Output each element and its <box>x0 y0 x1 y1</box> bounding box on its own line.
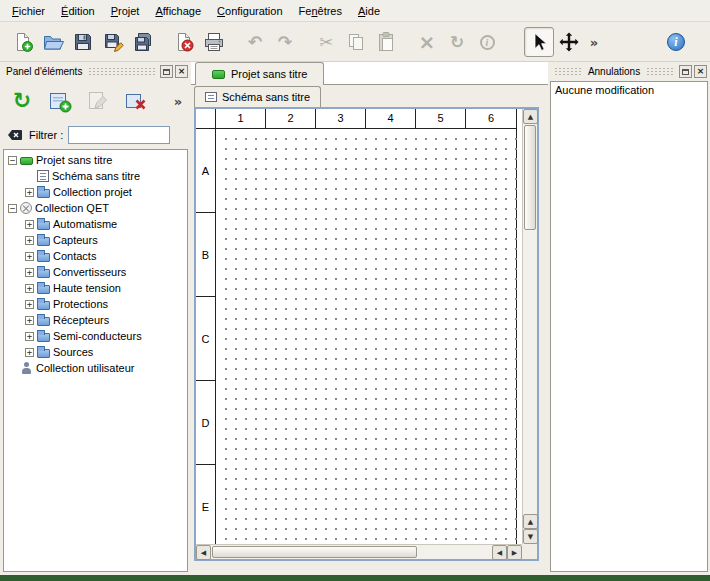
save-as-button[interactable] <box>98 27 128 57</box>
vertical-scroll-track[interactable] <box>523 231 537 514</box>
dock-handle[interactable] <box>646 67 674 76</box>
horizontal-scrollbar[interactable]: ◀ ◀ ▶ <box>196 544 522 559</box>
menu-item[interactable]: Aide <box>350 1 388 21</box>
filter-input[interactable] <box>68 126 170 144</box>
schema-tab[interactable]: Schéma sans titre <box>194 86 321 107</box>
tree-item[interactable]: Collection utilisateur <box>4 360 187 376</box>
tree-item-icon <box>37 285 50 294</box>
menu-item-accel: F <box>12 5 19 17</box>
scroll-up-button-2[interactable]: ▲ <box>523 514 538 529</box>
tree-item[interactable]: + Convertisseurs <box>4 264 187 280</box>
scroll-left-button-2[interactable]: ◀ <box>492 545 507 560</box>
scroll-right-button[interactable]: ▶ <box>507 545 522 560</box>
close-dock-button[interactable]: × <box>175 65 188 78</box>
tree-item[interactable]: + Protections <box>4 296 187 312</box>
tree-item[interactable]: + Capteurs <box>4 232 187 248</box>
tree-item[interactable]: + Sources <box>4 344 187 360</box>
tree-item-label: Contacts <box>53 250 96 262</box>
undo-icon: ↶ <box>248 32 262 52</box>
print-button[interactable] <box>199 27 229 57</box>
toolbar-overflow-button[interactable]: » <box>584 27 604 57</box>
menu-item[interactable]: Affichage <box>147 1 209 21</box>
scroll-left-button[interactable]: ◀ <box>196 545 211 560</box>
tree-expander[interactable]: + <box>25 220 34 229</box>
undo-button[interactable]: ↶ <box>240 27 270 57</box>
cut-button[interactable]: ✂ <box>311 27 341 57</box>
close-dock-button[interactable]: × <box>694 65 707 78</box>
elements-panel-title: Panel d'éléments <box>3 66 85 77</box>
new-element-button[interactable] <box>42 84 78 118</box>
delete-button[interactable]: × <box>412 27 442 57</box>
tree-item[interactable]: + Contacts <box>4 248 187 264</box>
tree-item[interactable]: + Récepteurs <box>4 312 187 328</box>
panel-overflow-button[interactable]: » <box>169 84 187 118</box>
float-dock-button[interactable] <box>160 65 173 78</box>
vertical-scrollbar[interactable]: ▲ ▲ ▼ <box>522 109 537 544</box>
save-button[interactable] <box>68 27 98 57</box>
tree-item[interactable]: + Semi-conducteurs <box>4 328 187 344</box>
redo-button[interactable]: ↷ <box>270 27 300 57</box>
information-button[interactable]: i <box>472 27 502 57</box>
paste-button[interactable] <box>371 27 401 57</box>
tree-expander[interactable]: + <box>25 252 34 261</box>
tree-item[interactable]: + Collection projet <box>4 184 187 200</box>
tree-item[interactable]: + Automatisme <box>4 216 187 232</box>
tree-expander[interactable]: + <box>25 348 34 357</box>
scroll-up-button[interactable]: ▲ <box>523 109 538 124</box>
vertical-scroll-thumb[interactable] <box>524 125 536 230</box>
project-tab[interactable]: Projet sans titre <box>195 62 324 85</box>
dock-handle[interactable] <box>554 67 582 76</box>
menu-item[interactable]: Fenêtres <box>291 1 350 21</box>
grid-dots[interactable] <box>217 130 517 544</box>
rotate-button[interactable]: ↻ <box>442 27 472 57</box>
edit-element-button[interactable] <box>80 84 116 118</box>
open-project-button[interactable] <box>38 27 68 57</box>
refresh-icon: ↻ <box>13 90 31 112</box>
clear-filter-button[interactable] <box>5 126 24 145</box>
tree-expander[interactable]: + <box>25 332 34 341</box>
menu-item[interactable]: Édition <box>53 1 103 21</box>
tree-item-label: Automatisme <box>53 218 117 230</box>
tree-expander[interactable]: + <box>25 188 34 197</box>
tree-expander[interactable]: − <box>8 156 17 165</box>
menu-item[interactable]: Projet <box>103 1 148 21</box>
tree-item-icon <box>37 170 49 182</box>
tree-expander[interactable]: + <box>25 268 34 277</box>
scroll-down-button[interactable]: ▼ <box>523 529 538 544</box>
move-tool-button[interactable] <box>554 27 584 57</box>
tree-expander[interactable]: + <box>25 316 34 325</box>
tree-expander[interactable]: + <box>25 300 34 309</box>
ruler-corner <box>196 109 216 129</box>
save-all-button[interactable] <box>128 27 158 57</box>
tree-expander[interactable]: + <box>25 284 34 293</box>
float-dock-button[interactable] <box>679 65 692 78</box>
diagram-view[interactable]: 123456 ABCDE ▲ ▲ ▼ ◀ <box>194 107 539 561</box>
tree-item[interactable]: − Projet sans titre <box>4 152 187 168</box>
tree-item[interactable]: Schéma sans titre <box>4 168 187 184</box>
select-tool-button[interactable] <box>524 27 554 57</box>
dock-handle[interactable] <box>88 67 155 76</box>
horizontal-scroll-track[interactable] <box>418 545 492 559</box>
undo-list-item[interactable]: Aucune modification <box>551 82 707 98</box>
refresh-collection-button[interactable]: ↻ <box>4 84 40 118</box>
tree-item-icon <box>37 253 50 262</box>
tree-item-label: Collection QET <box>35 202 109 214</box>
menu-item[interactable]: Configuration <box>209 1 290 21</box>
scrollbar-corner <box>522 544 537 559</box>
delete-element-button[interactable] <box>118 84 154 118</box>
tree-item[interactable]: − Collection QET <box>4 200 187 216</box>
tree-item[interactable]: + Haute tension <box>4 280 187 296</box>
tree-expander[interactable]: − <box>8 204 17 213</box>
close-document-button[interactable] <box>169 27 199 57</box>
about-info-icon: i <box>667 33 685 51</box>
about-button[interactable]: i <box>661 27 691 57</box>
new-document-button[interactable] <box>8 27 38 57</box>
copy-button[interactable] <box>341 27 371 57</box>
copy-icon <box>345 31 367 53</box>
horizontal-scroll-thumb[interactable] <box>212 546 417 558</box>
tree-expander[interactable]: + <box>25 236 34 245</box>
menu-item[interactable]: Fichier <box>4 1 53 21</box>
diagram-canvas[interactable]: 123456 ABCDE <box>196 109 522 544</box>
filter-row: Filtrer : <box>0 122 191 148</box>
menu-item-accel: C <box>217 5 225 17</box>
